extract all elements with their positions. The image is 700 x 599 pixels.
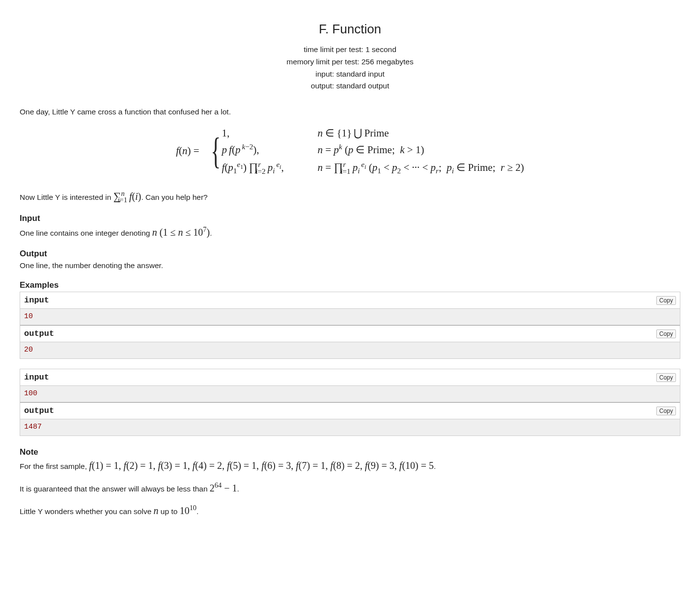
examples-container: inputCopy10outputCopy20inputCopy100outpu… [20, 292, 680, 436]
note-wonder-prefix: Little Y wonders whether you can solve [20, 507, 154, 516]
example-output-content: 1487 [20, 419, 680, 436]
problem-title: F. Function [20, 20, 680, 39]
io-header: outputCopy [20, 326, 680, 343]
note-guarantee: It is guaranteed that the answer will al… [20, 481, 680, 495]
io-header: inputCopy [20, 292, 680, 309]
note-guarantee-formula: 264 − 1 [210, 483, 237, 493]
io-label: output [24, 405, 54, 417]
example-input-content: 10 [20, 309, 680, 326]
question-paragraph: Now Little Y is interested in ∑ni=1 f(i)… [20, 188, 680, 204]
input-type-value: standard input [336, 70, 384, 78]
input-text-suffix: . [210, 229, 212, 237]
note-sample-suffix: . [434, 462, 436, 470]
input-section-title: Input [20, 212, 680, 225]
output-type-label: output: [311, 82, 334, 90]
time-limit-value: 1 second [365, 45, 396, 54]
input-type-label: input: [315, 70, 334, 78]
copy-button[interactable]: Copy [656, 373, 676, 382]
note-wonder-bound: 1010 [180, 505, 196, 516]
memory-limit-label: memory limit per test: [286, 57, 359, 66]
output-section-title: Output [20, 247, 680, 260]
output-section-text: One line, the number denoting the answer… [20, 260, 680, 271]
copy-button[interactable]: Copy [656, 329, 676, 338]
note-wonder-n: n [154, 505, 159, 516]
io-label: output [24, 327, 54, 340]
note-wonder: Little Y wonders whether you can solve n… [20, 503, 680, 518]
io-label: input [24, 371, 49, 384]
input-text-prefix: One line contains one integer denoting [20, 229, 152, 237]
output-type-value: standard output [336, 82, 389, 90]
copy-button[interactable]: Copy [656, 296, 676, 305]
note-sample-values: For the first sample, f(1) = 1, f(2) = 1… [20, 458, 680, 473]
note-guarantee-prefix: It is guaranteed that the answer will al… [20, 485, 210, 493]
question-suffix: . Can you help her? [141, 193, 207, 201]
input-constraint-formula: n (1 ≤ n ≤ 107) [152, 227, 210, 238]
intro-paragraph: One day, Little Y came cross a function … [20, 106, 680, 117]
note-sample-prefix: For the first sample, [20, 462, 89, 470]
function-definition-formula: f(n) = { 1, n ∈ {1} ⋃ Prime p f(p k−2), … [20, 125, 680, 176]
note-wonder-mid: up to [159, 507, 180, 516]
memory-limit-value: 256 megabytes [362, 57, 414, 66]
note-guarantee-suffix: . [237, 485, 239, 493]
copy-button[interactable]: Copy [656, 407, 676, 415]
io-header: inputCopy [20, 369, 680, 386]
time-limit-label: time limit per test: [304, 45, 363, 54]
io-label: input [24, 294, 49, 307]
question-prefix: Now Little Y is interested in [20, 193, 113, 201]
note-wonder-suffix: . [196, 507, 198, 516]
input-section-text: One line contains one integer denoting n… [20, 225, 680, 240]
examples-section-title: Examples [20, 279, 680, 292]
example-block: inputCopy10outputCopy20 [20, 292, 680, 359]
note-section-title: Note [20, 446, 680, 459]
io-header: outputCopy [20, 403, 680, 420]
note-f-values-formula: f(1) = 1, f(2) = 1, f(3) = 1, f(4) = 2, … [89, 460, 434, 471]
example-output-content: 20 [20, 342, 680, 358]
example-block: inputCopy100outputCopy1487 [20, 369, 680, 436]
sum-formula: ∑ni=1 f(i) [113, 191, 141, 202]
limits-block: time limit per test: 1 second memory lim… [20, 44, 680, 92]
example-input-content: 100 [20, 386, 680, 403]
